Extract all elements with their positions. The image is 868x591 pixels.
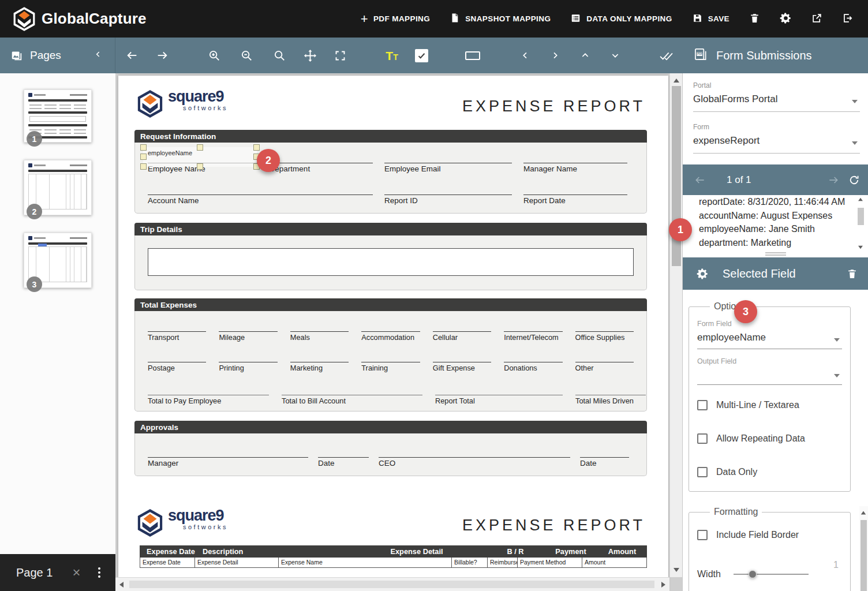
- zoom-out-icon[interactable]: [239, 48, 254, 63]
- expense-field[interactable]: Postage: [148, 350, 206, 373]
- vertical-scrollbar[interactable]: [669, 73, 682, 577]
- total-field[interactable]: Total to Bill Account: [282, 381, 422, 406]
- data-only-checkbox[interactable]: [697, 467, 708, 477]
- data-only-mapping-button[interactable]: DATA ONLY MAPPING: [570, 13, 672, 25]
- pan-icon[interactable]: [302, 48, 317, 63]
- options-scroll-thumb[interactable]: [860, 520, 867, 591]
- manager-name-field[interactable]: Manager Name: [523, 148, 627, 174]
- prev-field-icon[interactable]: [518, 48, 533, 63]
- approval-field[interactable]: Date: [318, 443, 369, 469]
- scroll-up-icon[interactable]: [861, 511, 866, 515]
- close-page-icon[interactable]: ×: [72, 564, 80, 581]
- page-thumbnail[interactable]: 1: [24, 89, 92, 143]
- entries-scroll-thumb[interactable]: [858, 208, 864, 225]
- scroll-down-icon[interactable]: [674, 568, 679, 572]
- resize-handle[interactable]: [140, 144, 147, 151]
- forward-arrow-icon[interactable]: [155, 48, 170, 63]
- pdf-mapping-button[interactable]: + PDF MAPPING: [361, 13, 430, 25]
- zoom-search-icon[interactable]: [272, 48, 287, 63]
- slider-thumb[interactable]: [749, 570, 757, 578]
- scroll-left-icon[interactable]: [119, 582, 124, 588]
- fit-to-screen-icon[interactable]: [332, 48, 347, 63]
- rectangle-field-icon[interactable]: [465, 48, 480, 63]
- expense-field[interactable]: Accommodation: [361, 319, 420, 343]
- resize-handle[interactable]: [253, 144, 260, 151]
- account-name-field[interactable]: Account Name: [148, 180, 373, 206]
- total-field[interactable]: Report Total: [435, 381, 563, 406]
- scroll-up-icon[interactable]: [674, 78, 679, 83]
- resize-handle[interactable]: [197, 144, 203, 151]
- expense-field[interactable]: Cellular: [433, 319, 491, 343]
- scroll-right-icon[interactable]: [661, 582, 665, 588]
- employee-email-field[interactable]: Employee Email: [384, 148, 512, 174]
- back-arrow-icon[interactable]: [125, 48, 140, 63]
- snapshot-mapping-button[interactable]: SNAPSHOT MAPPING: [450, 12, 551, 25]
- expense-field[interactable]: Other: [575, 350, 634, 373]
- resize-handle[interactable]: [197, 163, 203, 170]
- data-only-checkbox-row[interactable]: Data Only: [697, 467, 842, 477]
- expense-field[interactable]: Meals: [290, 319, 349, 343]
- text-field-icon[interactable]: TT: [384, 48, 399, 63]
- approval-field[interactable]: Manager: [148, 443, 308, 469]
- scroll-up-icon[interactable]: [858, 198, 863, 201]
- repeating-data-checkbox[interactable]: [697, 433, 708, 444]
- output-field-select[interactable]: [697, 366, 842, 385]
- next-field-icon[interactable]: [548, 48, 563, 63]
- expense-field[interactable]: Gift Expense: [433, 350, 491, 373]
- expense-field[interactable]: Office Supplies: [575, 319, 634, 343]
- page-menu-icon[interactable]: [98, 567, 100, 578]
- refresh-icon[interactable]: [848, 174, 860, 186]
- total-field[interactable]: Total to Pay Employee: [148, 381, 269, 406]
- trip-details-input[interactable]: [148, 248, 634, 276]
- options-scrollbar[interactable]: [859, 506, 868, 591]
- expense-field[interactable]: Printing: [219, 350, 277, 373]
- pdf-page[interactable]: square9 softworks EXPENSE REPORT Request…: [118, 76, 668, 591]
- page-thumbnail[interactable]: 2: [24, 160, 92, 215]
- panel-resize-handle[interactable]: [683, 249, 868, 257]
- expense-field[interactable]: Transport: [148, 319, 206, 343]
- up-field-icon[interactable]: [578, 48, 593, 63]
- resize-handle[interactable]: [140, 154, 147, 160]
- width-slider[interactable]: [734, 570, 809, 578]
- expense-field[interactable]: Donations: [504, 350, 562, 373]
- expense-field[interactable]: Internet/Telecom: [504, 319, 562, 343]
- next-submission-icon[interactable]: [828, 174, 839, 186]
- entries-scrollbar[interactable]: [856, 196, 865, 249]
- delete-button[interactable]: [749, 12, 760, 26]
- approval-field[interactable]: CEO: [379, 443, 570, 469]
- logout-button[interactable]: [842, 13, 853, 25]
- page-thumbnail[interactable]: 3: [24, 233, 92, 288]
- resize-handle[interactable]: [140, 163, 147, 170]
- submission-data-list[interactable]: reportDate: 8/31/2020, 11:46:44 AM accou…: [683, 195, 868, 249]
- form-field-select[interactable]: employeeName: [697, 329, 842, 349]
- previous-submission-icon[interactable]: [694, 174, 706, 186]
- expense-field[interactable]: Marketing: [290, 350, 349, 373]
- save-button[interactable]: SAVE: [692, 13, 729, 25]
- include-border-checkbox-row[interactable]: Include Field Border: [697, 530, 842, 540]
- checkbox-field-icon[interactable]: [414, 48, 429, 63]
- scroll-down-icon[interactable]: [858, 246, 863, 249]
- portal-select[interactable]: GlobalForms Portal: [693, 93, 860, 112]
- form-select[interactable]: expenseReport: [693, 135, 860, 154]
- report-date-field[interactable]: Report Date: [523, 180, 627, 206]
- multiline-checkbox-row[interactable]: Multi-Line / Textarea: [697, 400, 842, 410]
- gear-icon[interactable]: [697, 268, 709, 280]
- expense-field[interactable]: Mileage: [219, 319, 277, 343]
- report-id-field[interactable]: Report ID: [384, 180, 512, 206]
- zoom-in-icon[interactable]: [207, 48, 222, 63]
- expense-field[interactable]: Training: [361, 350, 420, 373]
- approval-field[interactable]: Date: [580, 443, 629, 469]
- open-in-new-button[interactable]: [811, 13, 822, 25]
- down-field-icon[interactable]: [608, 48, 623, 63]
- horizontal-scroll-thumb[interactable]: [129, 581, 654, 588]
- multiline-checkbox[interactable]: [697, 400, 708, 410]
- include-border-checkbox[interactable]: [697, 530, 708, 540]
- trash-icon[interactable]: [847, 268, 858, 280]
- total-field[interactable]: Total Miles Driven: [575, 381, 646, 406]
- horizontal-scrollbar[interactable]: [115, 577, 669, 591]
- settings-button[interactable]: [780, 12, 792, 26]
- repeating-data-checkbox-row[interactable]: Allow Repeating Data: [697, 433, 842, 444]
- collapse-pages-icon[interactable]: [94, 50, 102, 61]
- selected-field-overlay[interactable]: employeeName: [143, 147, 257, 167]
- expense-table-row[interactable]: Expense Date Expense Detail Expense Name…: [140, 558, 647, 568]
